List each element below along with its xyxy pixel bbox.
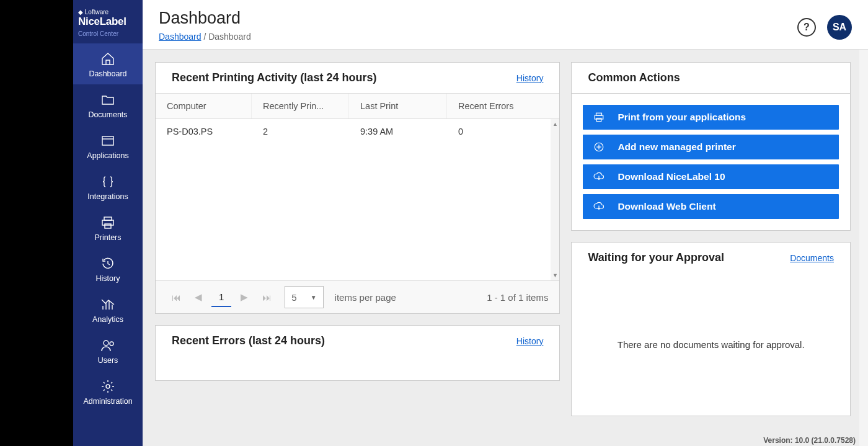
brand-sub: Control Center bbox=[78, 30, 138, 37]
actions-list: Print from your applications Add new man… bbox=[572, 94, 850, 230]
braces-icon bbox=[100, 174, 116, 190]
table-scrollbar[interactable]: ▲ ▼ bbox=[551, 119, 559, 280]
gear-icon bbox=[100, 378, 116, 395]
cloud-download-icon bbox=[593, 200, 605, 213]
left-black-bar bbox=[0, 0, 73, 446]
action-add-printer[interactable]: Add new managed printer bbox=[583, 135, 839, 159]
page-size-select[interactable]: 5 ▼ bbox=[285, 286, 323, 308]
brand-top: ◆ Loftware bbox=[78, 9, 138, 16]
svg-point-6 bbox=[110, 342, 113, 346]
breadcrumb-leaf: Dashboard bbox=[208, 32, 251, 42]
approval-empty-text: There are no documents waiting for appro… bbox=[618, 339, 805, 350]
breadcrumb: Dashboard / Dashboard bbox=[159, 32, 797, 42]
sidebar-item-analytics[interactable]: Analytics bbox=[73, 289, 143, 330]
sidebar-item-integrations[interactable]: Integrations bbox=[73, 166, 143, 207]
card-header: Common Actions bbox=[572, 63, 850, 94]
action-label: Add new managed printer bbox=[618, 141, 735, 153]
content: Recent Printing Activity (last 24 hours)… bbox=[143, 50, 868, 446]
header-right: ? SA bbox=[797, 9, 852, 40]
sidebar-item-history[interactable]: History bbox=[73, 248, 143, 289]
card-title: Waiting for your Approval bbox=[588, 251, 724, 264]
printer-icon bbox=[593, 111, 605, 123]
sidebar-item-label: History bbox=[96, 274, 120, 283]
recent-errors-card: Recent Errors (last 24 hours) History bbox=[155, 325, 560, 381]
pager: ⏮ ◀ 1 ▶ ⏭ 5 ▼ items per page 1 - 1 of 1 … bbox=[156, 280, 559, 313]
card-header: Waiting for your Approval Documents bbox=[572, 243, 850, 273]
action-print-from-apps[interactable]: Print from your applications bbox=[583, 105, 839, 130]
sidebar-item-users[interactable]: Users bbox=[73, 330, 143, 371]
column-right: Common Actions Print from your applicati… bbox=[571, 62, 851, 446]
cell-errors: 0 bbox=[447, 119, 559, 144]
main: Dashboard Dashboard / Dashboard ? SA Rec… bbox=[143, 0, 868, 446]
header: Dashboard Dashboard / Dashboard ? SA bbox=[143, 0, 868, 50]
sidebar-item-administration[interactable]: Administration bbox=[73, 371, 143, 412]
col-computer[interactable]: Computer bbox=[156, 94, 252, 118]
history-link[interactable]: History bbox=[516, 336, 544, 346]
pager-next-button[interactable]: ▶ bbox=[235, 288, 254, 306]
common-actions-card: Common Actions Print from your applicati… bbox=[571, 62, 851, 231]
sidebar-item-label: Applications bbox=[87, 151, 128, 160]
sidebar-item-label: Dashboard bbox=[89, 69, 126, 78]
sidebar: ◆ Loftware NiceLabel Control Center Dash… bbox=[73, 0, 143, 446]
table-row[interactable]: PS-D03.PS 2 9:39 AM 0 bbox=[156, 119, 559, 144]
card-header: Recent Errors (last 24 hours) History bbox=[156, 326, 559, 356]
action-label: Download NiceLabel 10 bbox=[618, 171, 725, 182]
content-scrollbar[interactable] bbox=[859, 50, 868, 446]
sidebar-item-dashboard[interactable]: Dashboard bbox=[73, 43, 143, 84]
sidebar-item-documents[interactable]: Documents bbox=[73, 84, 143, 125]
help-button[interactable]: ? bbox=[797, 18, 816, 37]
col-last-print[interactable]: Last Print bbox=[349, 94, 447, 118]
sidebar-item-label: Printers bbox=[94, 233, 121, 242]
card-title: Common Actions bbox=[588, 71, 680, 84]
svg-rect-4 bbox=[105, 224, 111, 228]
col-recent-errors[interactable]: Recent Errors bbox=[447, 94, 559, 118]
brand-main: NiceLabel bbox=[78, 16, 138, 28]
svg-point-5 bbox=[104, 341, 108, 346]
sidebar-item-printers[interactable]: Printers bbox=[73, 207, 143, 248]
analytics-icon bbox=[100, 297, 116, 313]
column-left: Recent Printing Activity (last 24 hours)… bbox=[155, 62, 560, 446]
sidebar-item-label: Analytics bbox=[92, 315, 123, 324]
recent-activity-card: Recent Printing Activity (last 24 hours)… bbox=[155, 62, 560, 314]
svg-rect-9 bbox=[595, 115, 604, 119]
action-download-webclient[interactable]: Download Web Client bbox=[583, 194, 839, 219]
breadcrumb-root-link[interactable]: Dashboard bbox=[159, 32, 202, 42]
pager-first-button[interactable]: ⏮ bbox=[167, 288, 185, 306]
users-icon bbox=[100, 337, 116, 354]
plus-circle-icon bbox=[593, 141, 605, 153]
history-link[interactable]: History bbox=[516, 73, 544, 83]
card-title: Recent Errors (last 24 hours) bbox=[172, 334, 325, 347]
approval-body: There are no documents waiting for appro… bbox=[572, 273, 850, 416]
svg-rect-0 bbox=[102, 136, 113, 145]
user-avatar[interactable]: SA bbox=[827, 15, 852, 40]
sidebar-item-label: Administration bbox=[83, 397, 132, 406]
scroll-down-icon: ▼ bbox=[551, 270, 559, 280]
chevron-down-icon: ▼ bbox=[311, 294, 317, 301]
action-download-nicelabel[interactable]: Download NiceLabel 10 bbox=[583, 164, 839, 189]
scroll-up-icon: ▲ bbox=[551, 119, 559, 129]
pager-page-number[interactable]: 1 bbox=[211, 288, 231, 307]
printer-icon bbox=[100, 215, 116, 231]
approval-card: Waiting for your Approval Documents Ther… bbox=[571, 242, 851, 416]
col-recently-printed[interactable]: Recently Prin... bbox=[252, 94, 349, 118]
sidebar-item-label: Users bbox=[98, 356, 118, 365]
table-body: PS-D03.PS 2 9:39 AM 0 ▲ ▼ bbox=[156, 119, 559, 280]
header-left: Dashboard Dashboard / Dashboard bbox=[159, 9, 797, 42]
svg-rect-2 bbox=[104, 217, 112, 220]
sidebar-item-label: Integrations bbox=[87, 192, 128, 201]
sidebar-item-label: Documents bbox=[88, 110, 127, 119]
sidebar-nav: Dashboard Documents Applications Integra… bbox=[73, 43, 143, 412]
card-title: Recent Printing Activity (last 24 hours) bbox=[172, 71, 376, 84]
cloud-download-icon bbox=[593, 171, 605, 183]
pager-prev-button[interactable]: ◀ bbox=[189, 288, 208, 306]
version-label: Version: 10.0 (21.0.0.7528) bbox=[763, 436, 856, 445]
page-size-value: 5 bbox=[291, 292, 296, 303]
documents-link[interactable]: Documents bbox=[790, 253, 834, 263]
cell-last: 9:39 AM bbox=[349, 119, 447, 144]
sidebar-item-applications[interactable]: Applications bbox=[73, 125, 143, 166]
svg-point-7 bbox=[106, 385, 110, 388]
window-icon bbox=[100, 133, 116, 149]
pager-last-button[interactable]: ⏭ bbox=[257, 288, 276, 306]
cell-computer: PS-D03.PS bbox=[156, 119, 252, 144]
action-label: Download Web Client bbox=[618, 201, 715, 212]
